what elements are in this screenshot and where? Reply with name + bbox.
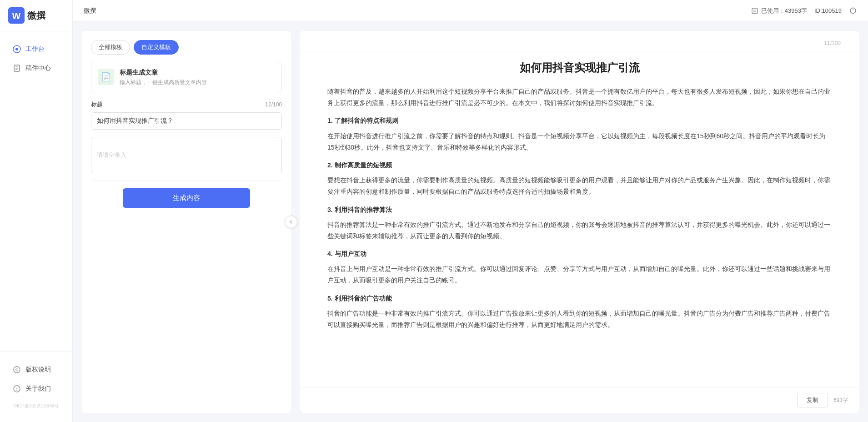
section-4-body: 在抖音上与用户互动是一种非常有效的推广引流方式。你可以通过回复评论、点赞、分享等… [327,263,832,286]
tab-custom-templates[interactable]: 自定义模板 [134,40,179,55]
sidebar-item-drafts[interactable]: 稿件中心 [4,60,69,77]
section-1-body: 在开始使用抖音进行推广引流之前，你需要了解抖音的特点和规则。抖音是一个短视频分享… [327,131,832,153]
article-body: 随着抖音的普及，越来越多的人开始利用这个短视频分享平台来推广自己的产品或服务。抖… [327,86,832,331]
sidebar-nav: 工作台 稿件中心 [0,31,72,352]
sidebar-item-workbench[interactable]: 工作台 [4,40,69,58]
usage-icon [751,7,758,15]
copyright-icon: © [13,366,21,374]
svg-text:i: i [16,387,17,392]
template-card-info: 标题生成文章 输入标题，一键生成高质量文章内容 [120,69,207,86]
usage-display: 已使用：43953字 [751,7,807,15]
sidebar-item-drafts-label: 稿件中心 [25,64,51,72]
title-char-count: 12/100 [265,101,282,108]
main-area: 微撰 已使用：43953字 ID:100519 [73,0,868,422]
section-2-body: 要想在抖音上获得更多的流量，你需要制作高质量的短视频。高质量的短视频能够吸引更多… [327,175,832,197]
article-title: 如何用抖音实现推广引流 [327,60,832,75]
article-intro: 随着抖音的普及，越来越多的人开始利用这个短视频分享平台来推广自己的产品或服务。抖… [327,86,832,109]
template-card[interactable]: 📄 标题生成文章 输入标题，一键生成高质量文章内容 [91,62,282,93]
section-4-title: 4. 与用户互动 [327,248,832,260]
section-5-body: 抖音的广告功能是一种非常有效的推广引流方式。你可以通过广告投放来让更多的人看到你… [327,308,832,331]
topbar-title: 微撰 [84,7,96,15]
title-input[interactable] [91,112,282,130]
usage-text: 已使用：43953字 [761,7,807,15]
drafts-icon [13,64,21,72]
template-tabs: 全部模板 自定义模板 [91,40,282,55]
svg-text:W: W [12,11,21,21]
divider [91,181,282,181]
sidebar-item-copyright[interactable]: © 版权说明 [4,361,69,378]
section-1-title: 1. 了解抖音的特点和规则 [327,115,832,126]
generate-button[interactable]: 生成内容 [123,188,250,208]
left-panel: 全部模板 自定义模板 📄 标题生成文章 输入标题，一键生成高质量文章内容 标题 … [82,31,291,413]
word-count: 693字 [833,397,848,404]
about-icon: i [13,385,21,393]
svg-point-3 [15,48,18,50]
chevron-left-icon [289,220,293,224]
power-icon [849,6,857,14]
copyright-label: 版权说明 [25,366,51,374]
section-5-title: 5. 利用抖音的广告功能 [327,293,832,304]
right-panel: 11/100 如何用抖音实现推广引流 随着抖音的普及，越来越多的人开始利用这个短… [300,31,859,413]
article-content[interactable]: 如何用抖音实现推广引流 随着抖音的普及，越来越多的人开始利用这个短视频分享平台来… [300,51,859,387]
section-2-title: 2. 制作高质量的短视频 [327,160,832,171]
title-field-group: 标题 12/100 [91,100,282,130]
content-area: 全部模板 自定义模板 📄 标题生成文章 输入标题，一键生成高质量文章内容 标题 … [73,22,868,422]
tab-all-templates[interactable]: 全部模板 [91,40,130,55]
section-3-title: 3. 利用抖音的推荐算法 [327,204,832,216]
template-card-icon: 📄 [98,69,114,85]
svg-text:©: © [15,368,19,372]
sidebar-item-about[interactable]: i 关于我们 [4,380,69,397]
title-field-label: 标题 12/100 [91,100,282,109]
extra-field-textarea[interactable]: 请请空录入 [91,137,282,173]
icp-text: ©ICP备2022016946号 [0,399,72,413]
power-button[interactable] [849,6,857,15]
collapse-button[interactable] [285,216,297,228]
logo-w-icon: W [8,7,25,24]
page-count: 11/100 [824,40,841,46]
template-card-desc: 输入标题，一键生成高质量文章内容 [120,79,207,86]
sidebar: W 微撰 工作台 稿件中心 [0,0,73,422]
logo-text: 微撰 [27,10,45,22]
sidebar-bottom: © 版权说明 i 关于我们 ©ICP备2022016946号 [0,352,72,422]
about-label: 关于我们 [25,385,51,393]
sidebar-item-workbench-label: 工作台 [25,45,45,53]
template-card-title: 标题生成文章 [120,69,207,77]
logo-area: W 微撰 [0,0,72,31]
workbench-icon [13,45,21,53]
section-3-body: 抖音的推荐算法是一种非常有效的推广引流方式。通过不断地发布和分享自己的短视频，你… [327,219,832,242]
svg-rect-12 [752,8,758,14]
article-header: 11/100 [300,31,859,51]
topbar-right: 已使用：43953字 ID:100519 [751,6,857,15]
copy-button[interactable]: 复制 [797,393,828,407]
article-footer: 复制 693字 [300,387,859,413]
topbar: 微撰 已使用：43953字 ID:100519 [73,0,868,22]
title-label-text: 标题 [91,100,103,109]
user-id: ID:100519 [814,7,842,14]
